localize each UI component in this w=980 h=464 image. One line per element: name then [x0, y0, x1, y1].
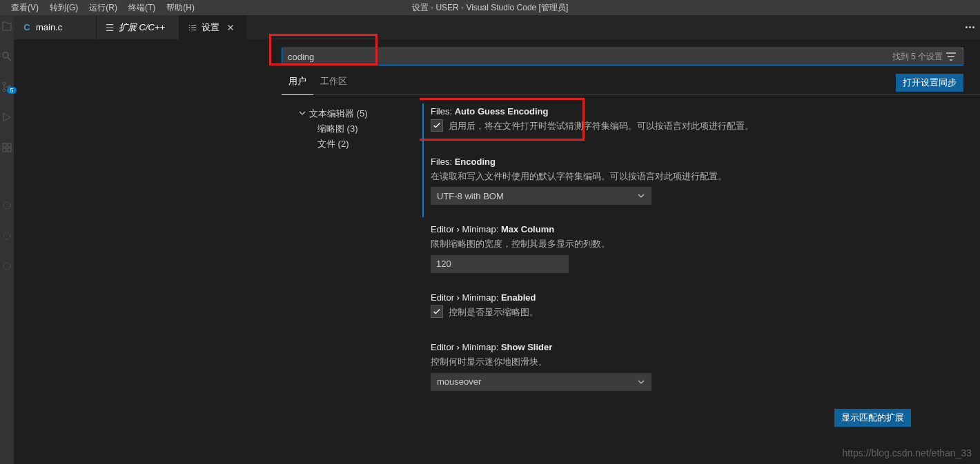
checkbox[interactable]	[431, 305, 443, 318]
explorer-icon[interactable]	[1, 21, 12, 32]
show-matching-extensions-button[interactable]: 显示匹配的扩展	[834, 409, 911, 427]
setting-description: 限制缩略图的宽度，控制其最多显示的列数。	[431, 237, 963, 251]
activity-extra-3-icon[interactable]	[1, 261, 12, 272]
svg-marker-5	[3, 113, 10, 121]
setting-title: Editor › Minimap: Show Slider	[431, 342, 963, 352]
tab-settings[interactable]: 设置	[179, 15, 246, 39]
svg-rect-8	[3, 148, 6, 152]
setting-title: Editor › Minimap: Enabled	[431, 292, 963, 303]
chevron-down-icon	[298, 109, 306, 119]
activity-extra-2-icon[interactable]	[1, 230, 12, 241]
max-column-input[interactable]	[431, 255, 569, 273]
close-icon[interactable]	[224, 21, 237, 34]
svg-rect-9	[8, 148, 11, 152]
search-result-count: 找到 5 个设置	[892, 51, 943, 63]
svg-point-2	[3, 82, 6, 85]
scope-workspace-tab[interactable]: 工作区	[313, 71, 354, 94]
setting-title: Files: Encoding	[431, 157, 963, 167]
tab-main-c[interactable]: C main.c	[14, 15, 97, 39]
c-file-icon: C	[22, 23, 32, 32]
menu-view[interactable]: 查看(V)	[6, 1, 44, 15]
activity-bar: 5	[0, 15, 14, 464]
settings-toc: 文本编辑器 (5) 缩略图 (3) 文件 (2)	[282, 95, 420, 464]
tab-label: 扩展 C/C++	[119, 21, 165, 34]
window-title: 设置 - USER - Visual Studio Code [管理员]	[412, 2, 569, 14]
select-value: mouseover	[437, 376, 481, 387]
menu-bar: 查看(V) 转到(G) 运行(R) 终端(T) 帮助(H)	[0, 1, 200, 15]
toc-text-editor[interactable]: 文本编辑器 (5)	[298, 106, 420, 121]
setting-description: 控制何时显示迷你地图滑块。	[431, 355, 963, 369]
settings-search-input[interactable]	[282, 48, 963, 65]
more-actions-icon[interactable]	[966, 26, 974, 28]
toc-files[interactable]: 文件 (2)	[298, 137, 420, 152]
svg-point-11	[3, 232, 10, 239]
svg-rect-6	[3, 143, 6, 147]
extensions-icon[interactable]	[1, 142, 12, 153]
menu-terminal[interactable]: 终端(T)	[123, 1, 161, 15]
activity-extra-1-icon[interactable]	[1, 200, 12, 211]
tab-extension-c-cpp[interactable]: 扩展 C/C++	[97, 15, 179, 39]
settings-list: Files: Auto Guess Encoding 启用后，将在文件打开时尝试…	[420, 95, 980, 464]
list-icon	[105, 23, 115, 32]
setting-description: 启用后，将在文件打开时尝试猜测字符集编码。可以按语言对此项进行配置。	[449, 119, 754, 133]
debug-icon[interactable]	[1, 112, 12, 123]
setting-minimap-max-column: Editor › Minimap: Max Column 限制缩略图的宽度，控制…	[422, 217, 980, 285]
scope-user-tab[interactable]: 用户	[282, 71, 313, 95]
search-icon[interactable]	[1, 51, 12, 62]
svg-point-3	[3, 89, 6, 92]
filter-icon[interactable]	[945, 51, 957, 64]
open-settings-sync-button[interactable]: 打开设置同步	[896, 74, 963, 92]
toc-minimap[interactable]: 缩略图 (3)	[298, 121, 420, 137]
encoding-select[interactable]: UTF-8 with BOM	[431, 187, 651, 205]
setting-title: Editor › Minimap: Max Column	[431, 224, 963, 234]
setting-description: 控制是否显示缩略图。	[449, 305, 538, 319]
svg-point-12	[3, 263, 10, 270]
menu-run[interactable]: 运行(R)	[84, 1, 123, 15]
tab-bar: C main.c 扩展 C/C++ 设置	[14, 15, 980, 39]
setting-files-encoding: Files: Encoding 在读取和写入文件时使用的默认字符集编码。可以按语…	[422, 150, 980, 218]
menu-help[interactable]: 帮助(H)	[161, 1, 200, 15]
checkbox[interactable]	[431, 119, 443, 132]
setting-auto-guess-encoding: Files: Auto Guess Encoding 启用后，将在文件打开时尝试…	[422, 103, 980, 150]
svg-rect-7	[8, 143, 11, 147]
select-value: UTF-8 with BOM	[437, 191, 504, 201]
menu-goto[interactable]: 转到(G)	[44, 1, 84, 15]
svg-point-10	[3, 202, 10, 209]
show-slider-select[interactable]: mouseover	[431, 373, 651, 391]
chevron-down-icon	[637, 192, 645, 200]
setting-minimap-show-slider: Editor › Minimap: Show Slider 控制何时显示迷你地图…	[422, 335, 980, 403]
setting-minimap-enabled: Editor › Minimap: Enabled 控制是否显示缩略图。	[422, 285, 980, 336]
chevron-down-icon	[637, 378, 645, 386]
svg-point-0	[3, 52, 8, 58]
tab-label: main.c	[36, 22, 62, 32]
toc-label: 文本编辑器 (5)	[309, 108, 368, 120]
watermark: https://blog.csdn.net/ethan_33	[842, 447, 972, 458]
settings-list-icon	[188, 23, 197, 32]
tab-label: 设置	[202, 21, 219, 34]
setting-title: Files: Auto Guess Encoding	[431, 106, 963, 117]
setting-description: 在读取和写入文件时使用的默认字符集编码。可以按语言对此项进行配置。	[431, 170, 963, 183]
svg-line-1	[8, 57, 11, 61]
title-bar: 查看(V) 转到(G) 运行(R) 终端(T) 帮助(H) 设置 - USER …	[0, 0, 980, 15]
